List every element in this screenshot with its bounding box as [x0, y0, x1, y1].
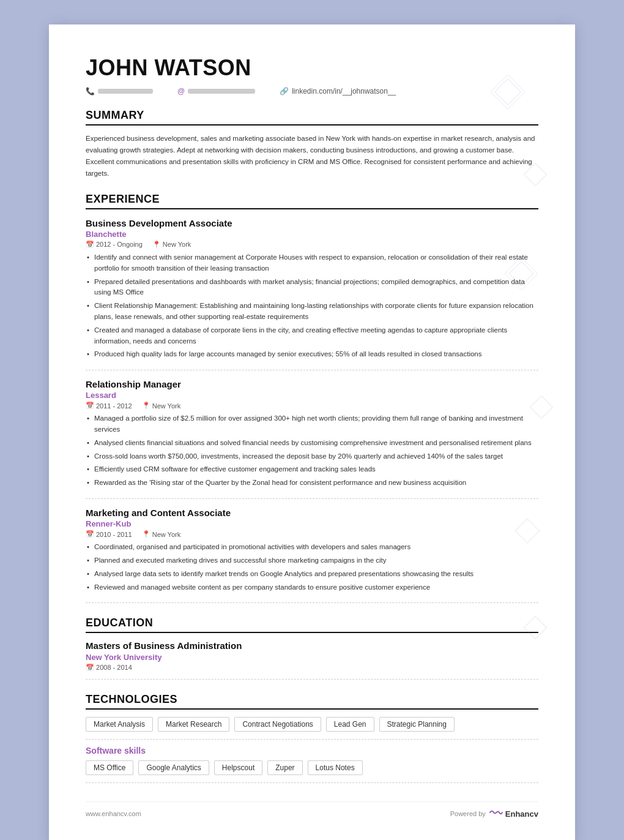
tech-tag-4: Lead Gen	[326, 717, 374, 732]
bullet-3-4: Reviewed and managed website content as …	[86, 582, 538, 593]
company-1: Blanchette	[86, 230, 538, 239]
company-3: Renner-Kub	[86, 519, 538, 528]
enhancv-logo: Enhancv	[489, 808, 538, 819]
bullet-1-1: Identify and connect with senior managem…	[86, 252, 538, 274]
bullet-2-3: Cross-sold loans worth $750,000, investm…	[86, 451, 538, 462]
job-title-3: Marketing and Content Associate	[86, 508, 538, 518]
summary-section: SUMMARY Experienced business development…	[86, 109, 538, 179]
tech-tag-5: Strategic Planning	[379, 717, 455, 732]
education-section: EDUCATION Masters of Business Administra…	[86, 617, 538, 680]
job-bullets-3: Coordinated, organised and participated …	[86, 542, 538, 593]
company-2: Lessard	[86, 391, 538, 400]
edu-dates-1: 📅 2008 - 2014	[86, 664, 538, 672]
bullet-2-4: Efficiently used CRM software for effect…	[86, 464, 538, 475]
resume-paper: JOHN WATSON 📞 @ 🔗 linkedin.com/in/__john…	[49, 24, 575, 840]
job-dates-3: 📅 2010 - 2011	[86, 530, 132, 538]
linkedin-icon: 🔗	[280, 87, 289, 96]
location-icon-3: 📍	[142, 530, 150, 538]
summary-text: Experienced business development, sales …	[86, 133, 538, 179]
experience-title: EXPERIENCE	[86, 193, 538, 209]
candidate-name: JOHN WATSON	[86, 55, 538, 81]
contact-row: 📞 @ 🔗 linkedin.com/in/__johnwatson__	[86, 87, 538, 96]
footer-website: www.enhancv.com	[86, 810, 141, 817]
job-meta-3: 📅 2010 - 2011 📍 New York	[86, 530, 538, 538]
email-item: @	[177, 87, 255, 96]
education-title: EDUCATION	[86, 617, 538, 633]
job-meta-2: 📅 2011 - 2012 📍 New York	[86, 402, 538, 410]
location-icon-2: 📍	[142, 402, 150, 410]
bullet-3-3: Analysed large data sets to identify mar…	[86, 569, 538, 580]
tech-tags-row: Market Analysis Market Research Contract…	[86, 717, 538, 740]
linkedin-url: linkedin.com/in/__johnwatson__	[292, 87, 396, 96]
bullet-1-4: Created and managed a database of corpor…	[86, 325, 538, 347]
job-bullets-2: Managed a portfolio size of $2.5 million…	[86, 413, 538, 489]
bullet-2-5: Rewarded as the 'Rising star of the Quar…	[86, 478, 538, 489]
enhancv-icon	[489, 808, 503, 819]
software-tags-row: MS Office Google Analytics Helpscout Zup…	[86, 760, 538, 783]
technologies-section: TECHNOLOGIES Market Analysis Market Rese…	[86, 693, 538, 783]
bullet-3-2: Planned and executed marketing drives an…	[86, 555, 538, 566]
phone-redacted	[98, 89, 153, 94]
bullet-2-1: Managed a portfolio size of $2.5 million…	[86, 413, 538, 435]
powered-by-label: Powered by	[450, 810, 486, 817]
experience-section: EXPERIENCE Business Development Associat…	[86, 193, 538, 603]
calendar-icon-3: 📅	[86, 530, 94, 538]
phone-icon: 📞	[86, 87, 95, 96]
job-meta-1: 📅 2012 - Ongoing 📍 New York	[86, 241, 538, 249]
linkedin-item: 🔗 linkedin.com/in/__johnwatson__	[280, 87, 396, 96]
footer-powered: Powered by Enhancv	[450, 808, 538, 819]
job-title-2: Relationship Manager	[86, 379, 538, 389]
software-label: Software skills	[86, 746, 538, 756]
tech-title: TECHNOLOGIES	[86, 693, 538, 710]
bullet-1-2: Prepared detailed presentations and dash…	[86, 277, 538, 299]
job-location-3: 📍 New York	[142, 530, 180, 538]
tech-tag-2: Market Research	[158, 717, 229, 732]
job-block-3: Marketing and Content Associate Renner-K…	[86, 508, 538, 603]
job-location-1: 📍 New York	[152, 241, 191, 249]
job-block-1: Business Development Associate Blanchett…	[86, 218, 538, 370]
job-dates-1: 📅 2012 - Ongoing	[86, 241, 143, 249]
software-tag-5: Lotus Notes	[308, 760, 363, 775]
job-dates-2: 📅 2011 - 2012	[86, 402, 132, 410]
education-block-1: Masters of Business Administration New Y…	[86, 640, 538, 680]
email-redacted	[188, 89, 255, 94]
job-bullets-1: Identify and connect with senior managem…	[86, 252, 538, 360]
edu-calendar-icon: 📅	[86, 664, 94, 671]
email-icon: @	[177, 87, 185, 96]
brand-name: Enhancv	[505, 809, 538, 819]
summary-title: SUMMARY	[86, 109, 538, 126]
calendar-icon-2: 📅	[86, 402, 94, 410]
software-tag-1: MS Office	[86, 760, 133, 775]
software-tag-4: Zuper	[267, 760, 302, 775]
software-tag-3: Helpscout	[214, 760, 262, 775]
location-icon-1: 📍	[152, 241, 161, 249]
tech-tag-3: Contract Negotiations	[234, 717, 321, 732]
phone-item: 📞	[86, 87, 153, 96]
degree-title-1: Masters of Business Administration	[86, 640, 538, 651]
tech-tag-1: Market Analysis	[86, 717, 153, 732]
job-location-2: 📍 New York	[142, 402, 180, 410]
bullet-1-5: Produced high quality lads for large acc…	[86, 349, 538, 360]
bullet-3-1: Coordinated, organised and participated …	[86, 542, 538, 553]
edu-school-1: New York University	[86, 653, 538, 662]
software-tag-2: Google Analytics	[138, 760, 209, 775]
calendar-icon-1: 📅	[86, 241, 94, 249]
job-block-2: Relationship Manager Lessard 📅 2011 - 20…	[86, 379, 538, 499]
header-section: JOHN WATSON 📞 @ 🔗 linkedin.com/in/__john…	[86, 55, 538, 96]
footer-bar: www.enhancv.com Powered by Enhancv	[86, 801, 538, 819]
job-title-1: Business Development Associate	[86, 218, 538, 228]
bullet-2-2: Analysed clients financial situations an…	[86, 438, 538, 449]
bullet-1-3: Client Relationship Management: Establis…	[86, 301, 538, 323]
